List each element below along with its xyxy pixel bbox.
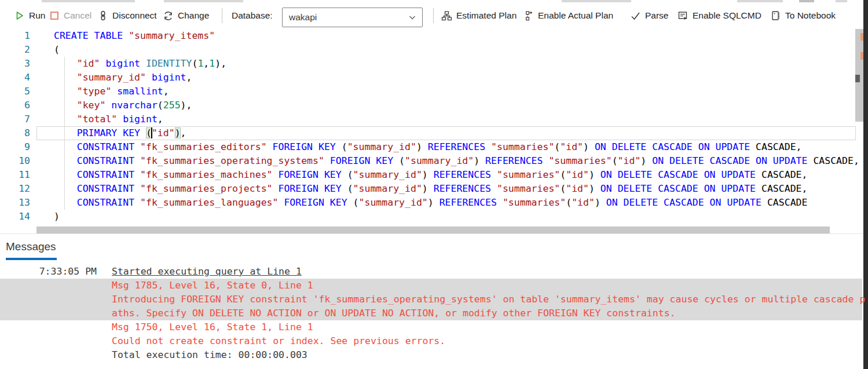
overview-ruler-mark — [860, 33, 863, 41]
message-row[interactable]: Msg 1750, Level 16, State 1, Line 1 — [0, 320, 863, 334]
code-line[interactable]: CONSTRAINT "fk_summaries_operating_syste… — [54, 154, 859, 168]
toolbar-separator — [222, 8, 222, 23]
editor-gutter: 1234567891011121314 — [0, 29, 30, 224]
line-number: 2 — [0, 43, 30, 57]
database-dropdown-value: wakapi — [289, 12, 406, 23]
database-dropdown[interactable]: wakapi — [282, 8, 423, 27]
parse-label: Parse — [645, 10, 669, 21]
line-number: 12 — [0, 182, 30, 196]
message-row[interactable]: Msg 1785, Level 16, State 0, Line 1 — [0, 279, 862, 293]
messages-panel: Messages 7:33:05 PMStarted executing que… — [0, 233, 863, 369]
line-number: 9 — [0, 140, 30, 154]
message-timestamp — [0, 334, 97, 348]
chevron-down-icon — [406, 12, 417, 23]
code-line[interactable]: CONSTRAINT "fk_summaries_editors" FOREIG… — [54, 140, 859, 154]
cancel-icon — [49, 10, 60, 21]
code-line[interactable]: "total" bigint, — [54, 112, 859, 126]
vertical-scrollbar[interactable] — [855, 28, 863, 233]
code-line[interactable]: "key" nvarchar(255), — [54, 98, 859, 112]
line-number: 4 — [0, 71, 30, 85]
message-text: Introducing FOREIGN KEY constraint 'fk_s… — [112, 293, 865, 306]
message-timestamp — [0, 279, 97, 293]
change-connection-icon — [163, 10, 174, 21]
query-toolbar: Run Cancel Disconnect Change — [0, 2, 863, 28]
to-notebook-label: To Notebook — [785, 10, 836, 21]
code-line[interactable]: PRIMARY KEY ("id"), — [54, 126, 859, 140]
horizontal-scrollbar-thumb[interactable] — [36, 226, 830, 233]
code-line[interactable]: CONSTRAINT "fk_summaries_languages" FORE… — [54, 196, 859, 210]
sql-editor[interactable]: 1234567891011121314 CREATE TABLE "summar… — [0, 28, 863, 233]
run-label: Run — [29, 10, 45, 21]
to-notebook-button[interactable]: To Notebook — [770, 7, 836, 24]
tab-messages-active-indicator — [6, 258, 57, 260]
parse-button[interactable]: Parse — [630, 7, 669, 24]
disconnect-button[interactable]: Disconnect — [97, 7, 157, 24]
editor-code[interactable]: CREATE TABLE "summary_items"( "id" bigin… — [36, 29, 859, 224]
to-notebook-icon — [770, 10, 781, 21]
message-timestamp — [0, 293, 97, 306]
run-button[interactable]: Run — [14, 7, 45, 24]
line-number: 13 — [0, 196, 30, 210]
disconnect-label: Disconnect — [112, 10, 157, 21]
estimated-plan-button[interactable]: Estimated Plan — [441, 7, 517, 24]
enable-sqlcmd-icon — [677, 10, 688, 21]
line-number: 3 — [0, 57, 30, 71]
cancel-label: Cancel — [64, 10, 91, 21]
enable-actual-plan-label: Enable Actual Plan — [538, 10, 613, 21]
message-row[interactable]: Introducing FOREIGN KEY constraint 'fk_s… — [0, 293, 862, 306]
message-row[interactable]: Total execution time: 00:00:00.003 — [0, 348, 863, 362]
estimated-plan-label: Estimated Plan — [456, 10, 517, 21]
code-line[interactable]: "type" smallint, — [54, 85, 859, 98]
message-row[interactable]: aths. Specify ON DELETE NO ACTION or ON … — [0, 306, 862, 320]
code-line[interactable]: ( — [54, 43, 859, 57]
parse-check-icon — [630, 10, 641, 21]
message-timestamp — [0, 306, 97, 320]
overview-ruler-mark — [860, 52, 863, 60]
enable-sqlcmd-button[interactable]: Enable SQLCMD — [677, 7, 761, 24]
change-connection-label: Change — [178, 10, 209, 21]
database-label: Database: — [232, 7, 273, 24]
enable-sqlcmd-label: Enable SQLCMD — [693, 10, 761, 21]
line-number: 8 — [0, 126, 30, 140]
code-line[interactable]: "summary_id" bigint, — [54, 71, 859, 85]
line-number: 10 — [0, 154, 30, 168]
messages-list: 7:33:05 PMStarted executing query at Lin… — [0, 265, 863, 362]
message-timestamp: 7:33:05 PM — [0, 265, 97, 279]
tab-messages[interactable]: Messages — [6, 240, 56, 253]
line-number: 7 — [0, 112, 30, 126]
line-number: 14 — [0, 210, 30, 224]
message-text: Msg 1785, Level 16, State 0, Line 1 — [112, 279, 313, 293]
message-row[interactable]: Could not create constraint or index. Se… — [0, 334, 863, 348]
message-text: Could not create constraint or index. Se… — [112, 334, 445, 348]
cancel-button[interactable]: Cancel — [49, 7, 91, 24]
line-number: 1 — [0, 29, 30, 43]
enable-actual-plan-icon — [523, 10, 534, 21]
toolbar-separator — [433, 8, 434, 23]
code-line[interactable]: CREATE TABLE "summary_items" — [54, 29, 859, 43]
message-timestamp — [0, 348, 97, 362]
code-line[interactable]: CONSTRAINT "fk_summaries_projects" FOREI… — [54, 182, 859, 196]
change-connection-button[interactable]: Change — [163, 7, 209, 24]
message-timestamp — [0, 320, 97, 334]
disconnect-icon — [97, 10, 108, 21]
message-text: Total execution time: 00:00:00.003 — [112, 348, 307, 362]
message-row[interactable]: 7:33:05 PMStarted executing query at Lin… — [0, 265, 863, 279]
run-icon — [14, 10, 25, 21]
line-number: 6 — [0, 98, 30, 112]
enable-actual-plan-button[interactable]: Enable Actual Plan — [523, 7, 613, 24]
code-line[interactable]: CONSTRAINT "fk_summaries_machines" FOREI… — [54, 168, 859, 182]
estimated-plan-icon — [441, 10, 452, 21]
message-text: aths. Specify ON DELETE NO ACTION or ON … — [112, 306, 676, 320]
overview-cursor-mark — [855, 75, 860, 82]
code-line[interactable]: "id" bigint IDENTITY(1,1), — [54, 57, 859, 71]
message-link[interactable]: Started executing query at Line 1 — [112, 265, 302, 279]
line-number: 5 — [0, 85, 30, 98]
code-line[interactable]: ) — [54, 210, 859, 224]
line-number: 11 — [0, 168, 30, 182]
window-edge — [863, 0, 868, 369]
message-text: Msg 1750, Level 16, State 1, Line 1 — [112, 320, 313, 334]
